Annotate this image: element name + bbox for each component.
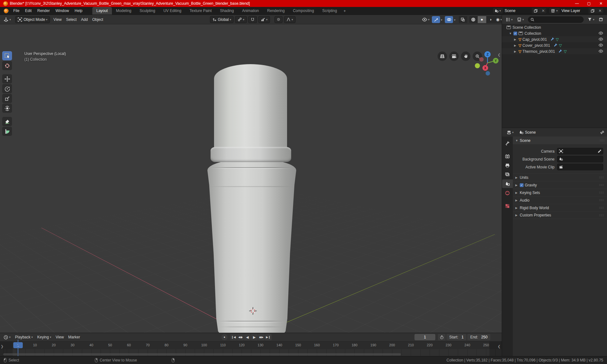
eye-icon[interactable] xyxy=(598,31,603,36)
playback-menu[interactable]: Playback xyxy=(13,334,35,340)
view-layer-browse-icon[interactable] xyxy=(549,8,560,14)
proportional-falloff-selector[interactable] xyxy=(284,16,296,23)
menu-select[interactable]: Select xyxy=(64,16,79,23)
outliner-row-object[interactable]: ▶ ▽ Cap_pivot.001 ▽ xyxy=(502,36,607,42)
transform-orientation-selector[interactable]: Global xyxy=(210,16,234,23)
overlays-dropdown[interactable] xyxy=(453,17,456,22)
pivot-point-selector[interactable] xyxy=(235,16,247,23)
scene-panel-header[interactable]: ▼ Scene ∷∷ xyxy=(513,136,607,145)
scene-browse-icon[interactable] xyxy=(493,8,503,14)
select-box-tool[interactable] xyxy=(2,51,12,60)
tab-animation[interactable]: Animation xyxy=(238,7,263,15)
tab-rendering[interactable]: Rendering xyxy=(263,7,289,15)
transform-tool[interactable] xyxy=(2,104,12,113)
move-tool[interactable] xyxy=(2,74,12,83)
collection-checkbox[interactable]: ✓ xyxy=(513,32,517,35)
jump-to-start-button[interactable]: ❙◀ xyxy=(230,334,237,340)
outliner-row-collection[interactable]: ▼ ✓ Collection xyxy=(502,30,607,36)
view-menu[interactable]: View xyxy=(53,334,66,340)
pin-icon[interactable] xyxy=(600,130,604,134)
tab-world[interactable] xyxy=(502,189,513,197)
menu-render[interactable]: Render xyxy=(34,7,52,14)
tab-scripting[interactable]: Scripting xyxy=(318,7,341,15)
panel-drag-dots[interactable]: ∷∷ xyxy=(600,139,604,142)
tab-sculpting[interactable]: Sculpting xyxy=(136,7,159,15)
viewport-3d[interactable]: User Perspective (Local) (1) Collection xyxy=(0,24,502,333)
tab-shading[interactable]: Shading xyxy=(216,7,238,15)
maximize-button[interactable]: ▢ xyxy=(583,0,595,7)
menu-edit[interactable]: Edit xyxy=(22,7,34,14)
shading-solid-button[interactable]: ● xyxy=(478,16,486,23)
current-frame-field[interactable]: 1 xyxy=(414,334,435,340)
scale-tool[interactable] xyxy=(2,94,12,103)
gravity-checkbox[interactable]: ✓ xyxy=(520,183,524,187)
measure-tool[interactable] xyxy=(2,127,12,136)
pan-view-button[interactable] xyxy=(461,52,470,61)
outliner-search-input[interactable] xyxy=(528,16,584,23)
rigid-body-world-panel[interactable]: ▶Rigid Body World∷∷ xyxy=(513,204,607,211)
snap-settings-selector[interactable] xyxy=(258,16,270,23)
overlays-toggle[interactable] xyxy=(445,16,453,23)
timeline-expand-arrow[interactable]: ❯ xyxy=(1,344,3,349)
view-layer-name[interactable]: View Layer xyxy=(560,8,589,14)
cursor-tool[interactable] xyxy=(2,61,12,70)
scene-name[interactable]: Scene xyxy=(503,8,532,14)
marker-menu[interactable]: Marker xyxy=(66,334,82,340)
navigation-gizmo[interactable]: Z Y X xyxy=(473,50,500,78)
grid-toggle-button[interactable] xyxy=(438,52,447,61)
tab-output[interactable] xyxy=(502,161,513,170)
tab-render[interactable] xyxy=(502,152,513,161)
gizmos-dropdown[interactable] xyxy=(440,17,443,22)
proportional-editing-toggle[interactable] xyxy=(274,16,283,23)
play-reverse-button[interactable]: ◀ xyxy=(244,334,251,340)
mode-selector[interactable]: Object Mode xyxy=(15,16,50,23)
minimize-button[interactable]: — xyxy=(571,0,583,7)
close-button[interactable]: ✕ xyxy=(595,0,607,7)
snap-toggle[interactable] xyxy=(248,16,257,23)
eye-icon[interactable] xyxy=(598,49,603,54)
record-button[interactable]: ● xyxy=(221,334,228,340)
properties-editor-type[interactable] xyxy=(505,129,516,136)
tab-scene[interactable] xyxy=(502,179,513,188)
camera-field[interactable] xyxy=(557,148,603,155)
active-movie-clip-field[interactable] xyxy=(557,164,603,170)
outliner-row-object[interactable]: ▶ ▽ Thermos_pivot.001 ▽ xyxy=(502,48,607,54)
start-frame-field[interactable]: Start:1 xyxy=(446,334,466,340)
auto-keyframe-stopwatch-icon[interactable] xyxy=(438,334,445,340)
add-workspace-button[interactable]: + xyxy=(341,8,348,15)
gizmos-toggle[interactable] xyxy=(432,16,440,23)
menu-view[interactable]: View xyxy=(51,16,64,23)
sidebar-collapse-arrow[interactable]: ❮ xyxy=(498,53,500,57)
new-view-layer-button[interactable] xyxy=(589,8,597,14)
collapse-icon[interactable]: ▼ xyxy=(509,32,513,35)
visibility-dropdown[interactable] xyxy=(420,17,432,22)
annotate-tool[interactable] xyxy=(2,117,12,126)
outliner-display-mode[interactable] xyxy=(504,16,515,23)
menu-add[interactable]: Add xyxy=(79,16,90,23)
outliner-row-scene-collection[interactable]: Scene Collection xyxy=(502,24,607,30)
menu-object[interactable]: Object xyxy=(90,16,106,23)
xray-toggle[interactable] xyxy=(459,16,467,23)
next-keyframe-button[interactable]: ◆▶ xyxy=(258,334,265,340)
jump-to-end-button[interactable]: ▶❙ xyxy=(265,334,272,340)
tab-texture[interactable] xyxy=(502,202,513,210)
new-scene-button[interactable] xyxy=(532,8,540,14)
menu-window[interactable]: Window xyxy=(52,7,72,14)
camera-view-button[interactable] xyxy=(449,52,459,61)
audio-panel[interactable]: ▶Audio∷∷ xyxy=(513,196,607,204)
delete-view-layer-button[interactable]: ✕ xyxy=(597,8,604,14)
custom-properties-panel[interactable]: ▶Custom Properties∷∷ xyxy=(513,211,607,219)
outliner-filter-mode[interactable] xyxy=(515,16,526,23)
tab-modeling[interactable]: Modeling xyxy=(112,7,136,15)
tab-uv-editing[interactable]: UV Editing xyxy=(159,7,186,15)
expand-icon[interactable]: ▶ xyxy=(514,50,518,53)
tab-tool[interactable] xyxy=(502,139,513,148)
timeline-editor-type[interactable] xyxy=(1,334,13,341)
tab-layout[interactable]: Layout xyxy=(92,7,112,15)
menu-file[interactable]: File xyxy=(10,7,22,14)
shading-material-button[interactable]: ◑ xyxy=(486,16,495,23)
outliner-row-object[interactable]: ▶ ▽ Cover_pivot.001 ▽ xyxy=(502,42,607,48)
keying-sets-panel[interactable]: ▶Keying Sets∷∷ xyxy=(513,189,607,196)
gravity-panel[interactable]: ▶ ✓ Gravity∷∷ xyxy=(513,181,607,189)
timeline-collapse-arrow[interactable]: ❮ xyxy=(498,344,500,349)
